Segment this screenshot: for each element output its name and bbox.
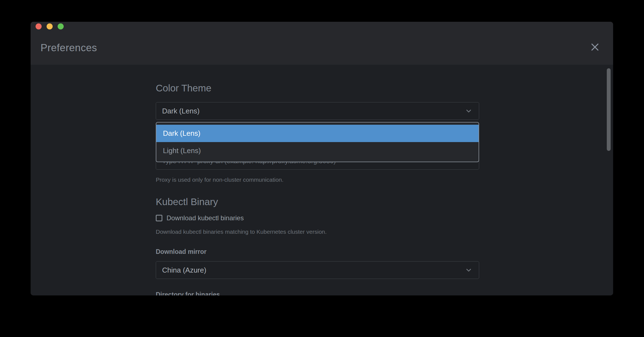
directory-for-binaries-label: Directory for binaries	[156, 291, 220, 295]
download-kubectl-checkbox[interactable]	[156, 215, 162, 221]
preferences-window: Preferences Color Theme Dark (Lens)	[31, 22, 613, 295]
dropdown-option-light-label: Light (Lens)	[163, 146, 201, 155]
color-theme-heading: Color Theme	[156, 82, 211, 94]
close-icon	[590, 42, 600, 52]
kubectl-heading: Kubectl Binary	[156, 196, 218, 208]
theme-dropdown-menu: Dark (Lens) Light (Lens)	[156, 122, 479, 162]
proxy-note: Proxy is used only for non-cluster commu…	[156, 176, 283, 183]
download-kubectl-label: Download kubectl binaries	[167, 214, 244, 222]
minimize-traffic-button[interactable]	[47, 23, 53, 29]
kubectl-description: Download kubectl binaries matching to Ku…	[156, 229, 327, 235]
zoom-traffic-button[interactable]	[58, 23, 64, 29]
traffic-lights	[36, 23, 64, 29]
chevron-down-icon	[465, 266, 473, 274]
dropdown-option-dark[interactable]: Dark (Lens)	[156, 125, 479, 142]
download-mirror-select[interactable]: China (Azure)	[156, 261, 479, 279]
dropdown-option-dark-label: Dark (Lens)	[163, 129, 200, 138]
dropdown-option-light[interactable]: Light (Lens)	[156, 142, 479, 159]
color-theme-select-value: Dark (Lens)	[156, 107, 479, 115]
titlebar: Preferences	[31, 22, 613, 65]
color-theme-select[interactable]: Dark (Lens)	[156, 102, 479, 120]
preferences-content: Color Theme Dark (Lens) Dark (Lens) Ligh…	[31, 65, 613, 295]
page-title: Preferences	[41, 42, 97, 54]
download-mirror-label: Download mirror	[156, 248, 206, 256]
scrollbar-thumb[interactable]	[607, 68, 611, 151]
close-traffic-button[interactable]	[36, 23, 42, 29]
chevron-down-icon	[465, 107, 473, 115]
close-button[interactable]	[589, 41, 601, 53]
download-mirror-select-value: China (Azure)	[156, 266, 479, 275]
download-kubectl-checkbox-row[interactable]: Download kubectl binaries	[156, 214, 244, 222]
